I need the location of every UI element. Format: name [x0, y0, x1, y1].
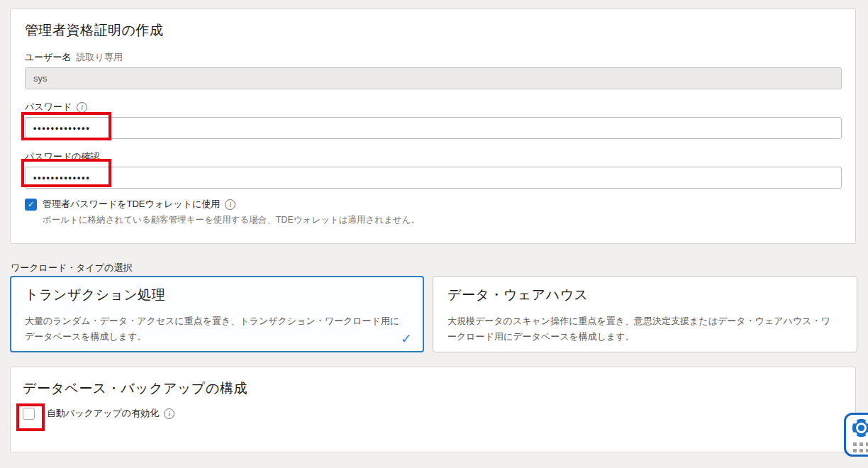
confirm-password-field-group: パスワードの確認 — [25, 150, 841, 189]
confirm-password-label: パスワードの確認 — [25, 150, 100, 163]
workload-card-row: トランザクション処理 大量のランダム・データ・アクセスに重点を置き、トランザクシ… — [10, 276, 857, 352]
auto-backup-info-icon[interactable]: i — [164, 408, 174, 419]
username-readonly-hint: 読取り専用 — [77, 51, 123, 64]
admin-credentials-heading: 管理者資格証明の作成 — [25, 21, 841, 40]
workload-card-data-warehouse[interactable]: データ・ウェアハウス 大規模データのスキャン操作に重点を置き、意思決定支援または… — [433, 276, 857, 352]
tde-wallet-helper-text: ボールトに格納されている顧客管理キーを使用する場合、TDEウォレットは適用されま… — [43, 214, 841, 226]
backup-config-heading: データベース・バックアップの構成 — [23, 379, 843, 398]
username-field-group: ユーザー名 読取り専用 — [25, 51, 841, 89]
confirm-password-label-row: パスワードの確認 — [25, 150, 841, 163]
tde-wallet-label: 管理者パスワードをTDEウォレットに使用 — [43, 198, 220, 211]
password-label: パスワード — [25, 101, 72, 113]
workload-card-transaction-processing[interactable]: トランザクション処理 大量のランダム・データ・アクセスに重点を置き、トランザクシ… — [10, 276, 424, 352]
tde-wallet-info-icon[interactable]: i — [225, 199, 235, 210]
auto-backup-checkbox-row: 自動バックアップの有効化 i — [23, 407, 843, 420]
tde-wallet-checkbox-row: ✓ 管理者パスワードをTDEウォレットに使用 i — [25, 198, 841, 211]
username-label: ユーザー名 — [25, 51, 72, 64]
auto-backup-checkbox[interactable] — [23, 408, 35, 420]
backup-config-panel: データベース・バックアップの構成 自動バックアップの有効化 i — [10, 367, 856, 452]
life-buoy-icon — [852, 428, 868, 440]
password-info-icon[interactable]: i — [77, 102, 87, 113]
password-field-group: パスワード i — [25, 101, 841, 139]
tde-wallet-checkbox[interactable]: ✓ — [25, 199, 37, 211]
username-label-row: ユーザー名 読取り専用 — [25, 51, 841, 64]
auto-backup-label: 自動バックアップの有効化 — [47, 407, 159, 420]
workload-card-title: トランザクション処理 — [25, 286, 409, 304]
workload-card-description: 大量のランダム・データ・アクセスに重点を置き、トランザクション・ワークロード用に… — [25, 313, 408, 345]
drag-handle-dots-icon — [853, 442, 868, 452]
workload-card-description: 大規模データのスキャン操作に重点を置き、意思決定支援またはデータ・ウェアハウス・… — [447, 313, 830, 345]
password-label-row: パスワード i — [25, 101, 841, 113]
help-widget-button[interactable] — [844, 413, 868, 457]
workload-card-title: データ・ウェアハウス — [447, 286, 842, 304]
create-database-form: 管理者資格証明の作成 ユーザー名 読取り専用 パスワード i パスワードの確認 … — [0, 0, 868, 468]
workload-type-label: ワークロード・タイプの選択 — [11, 262, 132, 274]
confirm-password-input[interactable] — [25, 167, 842, 189]
username-input — [25, 67, 842, 89]
admin-credentials-panel: 管理者資格証明の作成 ユーザー名 読取り専用 パスワード i パスワードの確認 … — [10, 9, 856, 244]
password-input[interactable] — [25, 117, 842, 139]
selected-check-icon: ✓ — [401, 330, 412, 347]
